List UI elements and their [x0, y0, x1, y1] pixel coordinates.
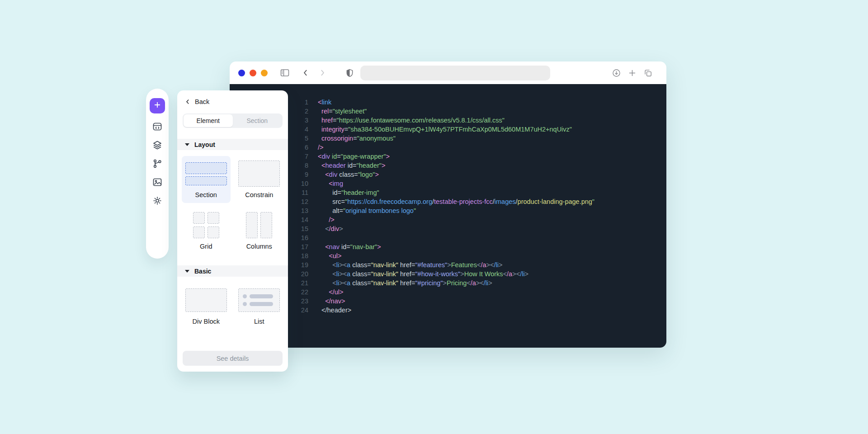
- tab-section[interactable]: Section: [233, 114, 282, 127]
- code-line[interactable]: 17 <nav id="nav-bar">: [230, 242, 666, 251]
- panel-tabs: Element Section: [183, 113, 283, 128]
- see-details-button[interactable]: See details: [183, 351, 283, 366]
- code-text: <header id="header">: [318, 161, 385, 170]
- collapse-triangle-icon: [185, 270, 189, 273]
- traffic-lights: [238, 70, 268, 76]
- code-line[interactable]: 10 <img: [230, 179, 666, 188]
- window-control-close[interactable]: [238, 70, 245, 76]
- builder-toolbar: [146, 89, 169, 259]
- element-card-constrain[interactable]: Constrain: [235, 156, 284, 203]
- code-text: rel="stylesheet": [318, 107, 367, 116]
- code-text: <nav id="nav-bar">: [318, 242, 381, 251]
- code-line[interactable]: 5 crossorigin="anonymous": [230, 134, 666, 143]
- page-background: { "page": { "background": "#ddf3f5" }, "…: [0, 0, 868, 434]
- code-line[interactable]: 24 </header>: [230, 306, 666, 315]
- code-line[interactable]: 1<link: [230, 98, 666, 107]
- shield-icon[interactable]: [345, 68, 354, 78]
- plus-icon: [153, 101, 161, 111]
- div-block-thumbnail: [185, 286, 227, 314]
- code-line[interactable]: 7<div id="page-wrapper">: [230, 152, 666, 161]
- branch-icon[interactable]: [152, 158, 163, 169]
- elements-panel: Back Element Section LayoutSectionConstr…: [177, 90, 288, 372]
- code-text: </ul>: [318, 288, 343, 297]
- browser-window: 1<link2 rel="stylesheet"3 href="https://…: [230, 61, 666, 348]
- code-text: crossorigin="anonymous": [318, 134, 396, 143]
- element-card-grid[interactable]: Grid: [182, 208, 231, 255]
- back-icon[interactable]: [301, 68, 310, 77]
- section-header-layout[interactable]: Layout: [177, 139, 288, 150]
- columns-thumbnail: [246, 211, 272, 239]
- element-card-section[interactable]: Section: [182, 156, 231, 203]
- code-line[interactable]: 18 <ul>: [230, 251, 666, 260]
- code-line[interactable]: 9 <div class="logo">: [230, 170, 666, 179]
- code-line[interactable]: 20 <li><a class="nav-link" href="#how-it…: [230, 269, 666, 278]
- code-text: </div>: [318, 224, 343, 233]
- tab-element[interactable]: Element: [184, 114, 233, 127]
- code-text: src="https://cdn.freecodecamp.org/testab…: [318, 197, 594, 206]
- code-window-icon[interactable]: [152, 121, 163, 132]
- download-icon[interactable]: [612, 68, 621, 78]
- image-icon[interactable]: [152, 177, 163, 188]
- address-bar[interactable]: [360, 66, 550, 80]
- code-editor[interactable]: 1<link2 rel="stylesheet"3 href="https://…: [230, 84, 666, 348]
- code-line[interactable]: 8 <header id="header">: [230, 161, 666, 170]
- element-card-label: Div Block: [193, 318, 220, 325]
- sidebar-toggle-icon[interactable]: [279, 67, 290, 78]
- section-header-basic[interactable]: Basic: [177, 265, 288, 277]
- grid-thumbnail: [193, 211, 219, 239]
- section-thumbnail: [185, 160, 227, 188]
- code-line[interactable]: 2 rel="stylesheet": [230, 107, 666, 116]
- constrain-thumbnail: [238, 160, 280, 188]
- code-text: <li><a class="nav-link" href="#pricing">…: [318, 278, 492, 288]
- code-text: <li><a class="nav-link" href="#how-it-wo…: [318, 269, 528, 278]
- section-title: Layout: [194, 141, 215, 148]
- code-line[interactable]: 6/>: [230, 143, 666, 152]
- code-line[interactable]: 4 integrity="sha384-50oBUHEmvpQ+1lW4y57P…: [230, 125, 666, 134]
- layers-icon[interactable]: [152, 140, 163, 151]
- new-tab-icon[interactable]: [627, 68, 637, 78]
- element-card-div-block[interactable]: Div Block: [182, 283, 231, 330]
- code-text: </header>: [318, 306, 351, 315]
- code-line[interactable]: 23 </nav>: [230, 297, 666, 306]
- add-element-button[interactable]: [150, 98, 165, 113]
- code-text: <li><a class="nav-link" href="#features"…: [318, 260, 502, 269]
- window-control-minimize[interactable]: [250, 70, 256, 76]
- code-line[interactable]: 16: [230, 233, 666, 242]
- code-text: </nav>: [318, 297, 345, 306]
- code-line[interactable]: 3 href="https://use.fontawesome.com/rele…: [230, 116, 666, 125]
- code-line[interactable]: 11 id="header-img": [230, 188, 666, 197]
- code-line[interactable]: 14 />: [230, 215, 666, 224]
- code-text: href="https://use.fontawesome.com/releas…: [318, 116, 505, 125]
- tabs-overview-icon[interactable]: [643, 68, 653, 78]
- section-title: Basic: [194, 268, 211, 275]
- code-line[interactable]: 22 </ul>: [230, 288, 666, 297]
- element-card-label: Grid: [200, 243, 212, 250]
- element-card-list[interactable]: List: [235, 283, 284, 330]
- back-button[interactable]: Back: [177, 90, 288, 110]
- element-card-columns[interactable]: Columns: [235, 208, 284, 255]
- code-text: <ul>: [318, 251, 341, 260]
- window-control-zoom[interactable]: [261, 70, 268, 76]
- code-line[interactable]: 15 </div>: [230, 224, 666, 233]
- browser-titlebar: [230, 61, 666, 84]
- list-thumbnail: [238, 286, 280, 314]
- code-line[interactable]: 12 src="https://cdn.freecodecamp.org/tes…: [230, 197, 666, 206]
- code-line[interactable]: 21 <li><a class="nav-link" href="#pricin…: [230, 278, 666, 288]
- code-text: integrity="sha384-50oBUHEmvpQ+1lW4y57PTF…: [318, 125, 572, 134]
- code-line[interactable]: 13 alt="original trombones logo": [230, 206, 666, 215]
- element-card-label: Constrain: [245, 191, 273, 198]
- back-label: Back: [195, 98, 209, 105]
- code-text: id="header-img": [318, 188, 379, 197]
- forward-icon[interactable]: [318, 68, 327, 77]
- element-card-label: Section: [195, 191, 217, 198]
- code-text: <img: [318, 179, 343, 188]
- code-text: />: [318, 143, 324, 152]
- code-text: <div id="page-wrapper">: [318, 152, 390, 161]
- element-cards: Div BlockList: [177, 277, 288, 330]
- chevron-left-icon: [184, 99, 191, 105]
- code-text: />: [318, 215, 335, 224]
- code-line[interactable]: 19 <li><a class="nav-link" href="#featur…: [230, 260, 666, 269]
- gear-icon[interactable]: [152, 195, 163, 206]
- collapse-triangle-icon: [185, 143, 189, 146]
- code-text: alt="original trombones logo": [318, 206, 416, 215]
